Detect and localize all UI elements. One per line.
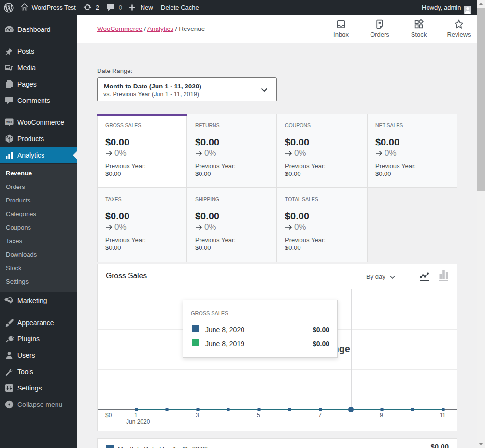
svg-text:Woo: Woo: [6, 120, 12, 123]
